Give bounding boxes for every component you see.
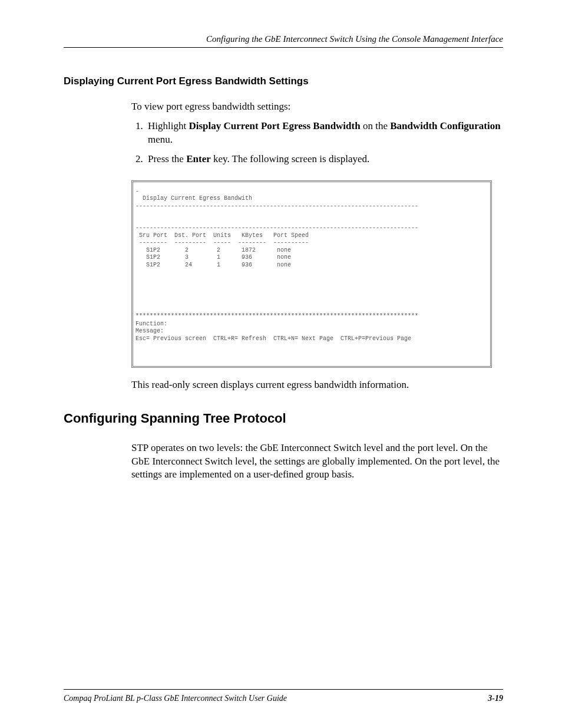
list-item: Highlight Display Current Port Egress Ba… — [146, 120, 503, 147]
list-item: Press the Enter key. The following scree… — [146, 153, 503, 166]
subsection-heading: Displaying Current Port Egress Bandwidth… — [64, 75, 503, 88]
table-row: S1P2 3 1 936 none — [135, 254, 291, 261]
body-block: This read-only screen displays current e… — [131, 378, 503, 392]
book-title: Compaq ProLiant BL p-Class GbE Interconn… — [64, 693, 287, 704]
console-function: Function: — [135, 321, 167, 327]
console-rule: ----------------------------------------… — [135, 203, 418, 209]
console-stars: ****************************************… — [135, 313, 418, 319]
table-sep: -------- --------- ----- -------- ------… — [135, 239, 309, 246]
section-para: STP operates on two levels: the GbE Inte… — [131, 442, 503, 482]
console-screenshot: - Display Current Egress Bandwith ------… — [131, 180, 492, 368]
console-help: Esc= Previous screen CTRL+R= Refresh CTR… — [135, 335, 411, 342]
step-list: Highlight Display Current Port Egress Ba… — [146, 120, 503, 166]
table-row: S1P2 24 1 936 none — [135, 262, 291, 268]
intro-text: To view port egress bandwidth settings: — [131, 100, 503, 114]
running-footer: Compaq ProLiant BL p-Class GbE Interconn… — [64, 689, 503, 704]
page-number: 3-19 — [488, 693, 503, 704]
after-screenshot-text: This read-only screen displays current e… — [131, 378, 503, 392]
console-title: Display Current Egress Bandwith — [143, 195, 252, 202]
console-rule: ----------------------------------------… — [135, 225, 418, 231]
section-heading: Configuring Spanning Tree Protocol — [64, 410, 503, 427]
chapter-title: Configuring the GbE Interconnect Switch … — [206, 34, 503, 44]
body-block: STP operates on two levels: the GbE Inte… — [131, 442, 503, 482]
running-header: Configuring the GbE Interconnect Switch … — [64, 33, 503, 48]
console-message: Message: — [135, 328, 164, 334]
table-row: S1P2 2 2 1872 none — [135, 247, 291, 253]
table-header: Sru Port Dst. Port Units KBytes Port Spe… — [135, 232, 309, 239]
console-caret: - — [135, 188, 139, 195]
body-block: To view port egress bandwidth settings: … — [131, 100, 503, 166]
